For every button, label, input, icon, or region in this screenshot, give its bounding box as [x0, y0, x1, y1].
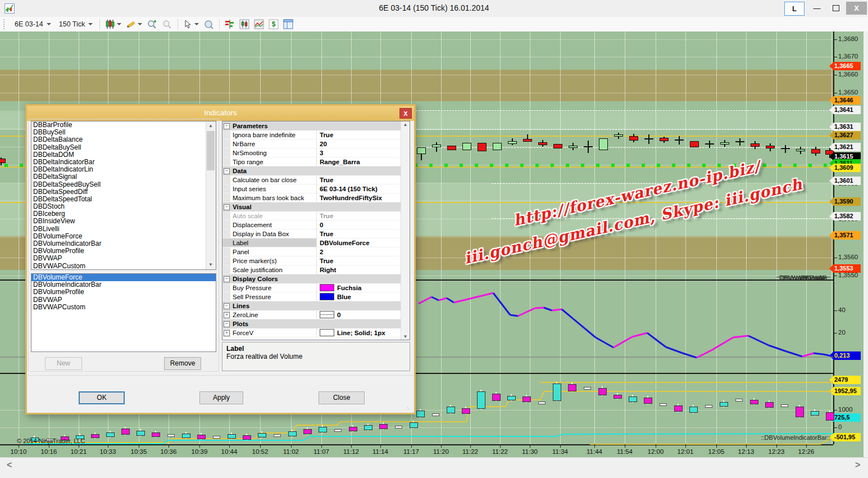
list-item[interactable]: DBDeltaSpeedDiff	[31, 188, 216, 196]
resize-grip[interactable]: ∴	[406, 405, 413, 412]
list-item[interactable]: DBVWAP	[31, 296, 216, 304]
zoom-out-button[interactable]	[160, 18, 175, 31]
property-category[interactable]: −Plots	[222, 319, 410, 328]
list-item[interactable]: DBDeltaBuySell	[31, 144, 216, 151]
property-row[interactable]: Panel2	[222, 247, 410, 256]
data-box-button[interactable]	[281, 18, 296, 30]
instrument-selector[interactable]: 6E 03-14	[11, 19, 55, 29]
configured-indicators-list[interactable]: DBVolumeForceDBVolumeIndicatorBarDBVolum…	[31, 273, 216, 352]
property-value[interactable]: 0	[317, 310, 410, 319]
scroll-right-icon[interactable]: >	[855, 460, 860, 470]
list-item[interactable]: DBVWAPCustom	[31, 304, 216, 311]
draw-button[interactable]	[124, 18, 144, 30]
list-item[interactable]: DBVWAPCustom	[31, 263, 216, 270]
property-category[interactable]: −Visual	[222, 202, 410, 211]
scroll-down-icon[interactable]: ▼	[206, 260, 215, 269]
indicator-panel-button[interactable]	[252, 18, 266, 30]
property-value[interactable]: Range_Barra	[317, 157, 410, 166]
property-row[interactable]: +ZeroLine0	[222, 310, 410, 319]
dollar-button[interactable]: $	[266, 18, 281, 30]
crosshair-button[interactable]	[201, 18, 216, 31]
horizontal-scrollbar[interactable]: < >	[0, 457, 868, 476]
instrument-link-button[interactable]: L	[784, 2, 805, 16]
scroll-up-icon[interactable]: ▲	[206, 121, 215, 130]
close-dialog-button[interactable]: Close	[319, 391, 365, 404]
list-item[interactable]: DBDeltaBalance	[31, 136, 216, 143]
property-value[interactable]: 2	[317, 247, 410, 256]
collapse-icon[interactable]: −	[224, 204, 230, 210]
new-button[interactable]: New	[45, 357, 82, 370]
property-label: Sell Pressure	[222, 292, 317, 301]
list-item[interactable]: DBDeltaDOM	[31, 151, 216, 159]
property-value[interactable]: True	[317, 256, 410, 265]
property-value[interactable]: True	[317, 175, 410, 184]
scroll-up-icon[interactable]: ▲	[401, 122, 410, 127]
property-value[interactable]: Right	[317, 265, 410, 274]
list-item[interactable]: DBDeltaSpeedBuySell	[31, 181, 216, 188]
property-row[interactable]: Scale justificationRight	[222, 265, 410, 274]
list-item[interactable]: DBVolumeProfile	[31, 288, 216, 296]
property-row[interactable]: Maximum bars look backTwoHundredFiftySix	[222, 193, 410, 202]
ok-button[interactable]: OK	[79, 391, 125, 404]
zoom-in-button[interactable]	[144, 18, 160, 31]
available-indicators-list[interactable]: DBBarProfileDBBuySellDBDeltaBalanceDBDel…	[31, 121, 216, 270]
property-row[interactable]: Price marker(s)True	[222, 256, 410, 265]
list-item[interactable]: DBLivelli	[31, 226, 216, 233]
close-button[interactable]: X	[846, 2, 867, 15]
property-category[interactable]: −Data	[222, 166, 410, 175]
period-selector[interactable]: 150 Tick	[55, 19, 97, 29]
collapse-icon[interactable]: −	[224, 303, 230, 309]
collapse-icon[interactable]: −	[224, 321, 230, 327]
property-row[interactable]: Display in Data BoxTrue	[222, 229, 410, 238]
property-row[interactable]: Auto scaleTrue	[222, 211, 410, 220]
property-row[interactable]: Calculate on bar closeTrue	[222, 175, 410, 184]
property-row[interactable]: Displacement0	[222, 220, 410, 229]
collapse-icon[interactable]: −	[224, 168, 230, 174]
scrollbar-thumb[interactable]	[207, 131, 215, 170]
property-row[interactable]: Tipo rangeRange_Barra	[222, 157, 410, 166]
collapse-icon[interactable]: −	[224, 276, 230, 282]
property-row[interactable]: Buy PressureFuchsia	[222, 283, 410, 292]
maximize-button[interactable]	[827, 2, 845, 15]
property-value[interactable]: 6E 03-14 (150 Tick)	[317, 184, 410, 193]
propgrid-scrollbar[interactable]: ▲▼	[401, 121, 410, 340]
list-item[interactable]: DBInsideView	[31, 218, 216, 225]
property-value[interactable]: Fuchsia	[317, 283, 410, 292]
property-value[interactable]: DBVolumeForce	[317, 238, 410, 247]
bar-style-button[interactable]	[103, 18, 124, 30]
property-row[interactable]: NrSmooting3	[222, 148, 410, 157]
scroll-down-icon[interactable]: ▼	[401, 334, 410, 339]
property-grid[interactable]: −ParametersIgnora barre indefiniteTrueNr…	[222, 121, 410, 340]
collapse-icon[interactable]: −	[224, 123, 230, 129]
property-row[interactable]: NrBarre20	[222, 139, 410, 148]
market-depth-button[interactable]	[222, 18, 237, 30]
property-category[interactable]: −Display Colors	[222, 274, 410, 283]
list-item[interactable]: DBVWAP	[31, 255, 216, 262]
listbox-scrollbar[interactable]: ▲▼	[206, 121, 216, 269]
property-value[interactable]: 3	[317, 148, 410, 157]
property-row[interactable]: LabelDBVolumeForce	[222, 238, 410, 247]
remove-button[interactable]: Remove	[164, 357, 201, 370]
property-value[interactable]: TwoHundredFiftySix	[317, 193, 410, 202]
property-value[interactable]: True	[317, 229, 410, 238]
property-row[interactable]: Input series6E 03-14 (150 Tick)	[222, 184, 410, 193]
scroll-left-icon[interactable]: <	[7, 460, 12, 470]
toolbar-grip[interactable]	[3, 19, 8, 29]
property-value[interactable]: 0	[317, 220, 410, 229]
property-value[interactable]: Line; Solid; 1px	[317, 328, 410, 337]
chart-trader-button[interactable]	[237, 18, 252, 30]
list-item[interactable]: DBDeltaSignal	[31, 173, 216, 181]
property-category[interactable]: −Parameters	[222, 121, 410, 130]
property-value[interactable]: 20	[317, 139, 410, 148]
property-category[interactable]: −Lines	[222, 301, 410, 310]
minimize-button[interactable]: —	[808, 2, 826, 15]
property-value[interactable]: Blue	[317, 292, 410, 301]
dialog-close-button[interactable]: X	[399, 108, 412, 119]
property-value[interactable]: True	[317, 211, 410, 220]
property-value[interactable]: True	[317, 130, 410, 139]
property-row[interactable]: +ForceVLine; Solid; 1px	[222, 328, 410, 337]
property-row[interactable]: Ignora barre indefiniteTrue	[222, 130, 410, 139]
property-row[interactable]: Sell PressureBlue	[222, 292, 410, 301]
cursor-button[interactable]	[181, 19, 201, 30]
apply-button[interactable]: Apply	[199, 391, 243, 404]
